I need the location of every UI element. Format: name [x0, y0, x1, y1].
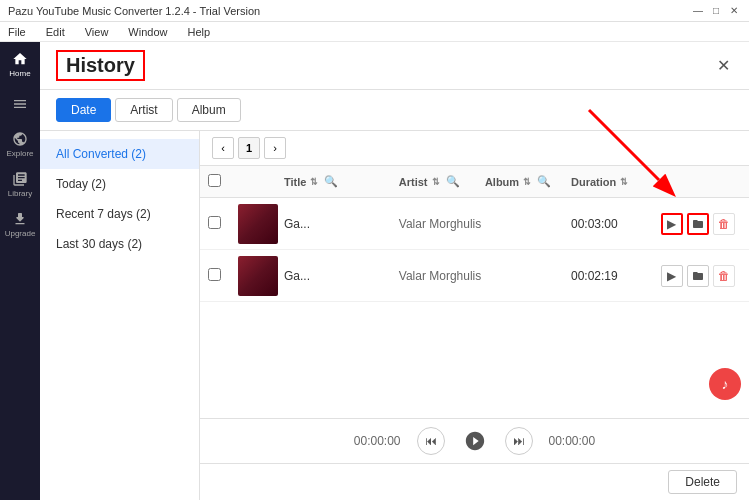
- row2-action-buttons: ▶ 🗑: [661, 265, 741, 287]
- col-check-header: [208, 174, 238, 189]
- row1-actions: ▶ 🗑: [661, 213, 741, 235]
- delete-row: Delete: [200, 463, 749, 500]
- row2-actions: ▶ 🗑: [661, 265, 741, 287]
- page-next-button[interactable]: ›: [264, 137, 286, 159]
- modal-header: History ✕: [40, 42, 749, 90]
- player-play-button[interactable]: [461, 427, 489, 455]
- title-sort-icon[interactable]: ⇅: [310, 177, 318, 187]
- table-row: Ga... Valar Morghulis 00:02:19 ▶: [200, 250, 749, 302]
- music-fab-icon: ♪: [722, 376, 729, 392]
- duration-sort-icon[interactable]: ⇅: [620, 177, 628, 187]
- sidebar-item-upgrade[interactable]: Upgrade: [2, 206, 38, 242]
- album-filter-icon[interactable]: 🔍: [537, 175, 551, 188]
- row2-artist: Valar Morghulis: [399, 269, 485, 283]
- row2-folder-button[interactable]: [687, 265, 709, 287]
- row1-duration: 00:03:00: [571, 217, 661, 231]
- menu-window[interactable]: Window: [124, 24, 171, 40]
- title-bar: Pazu YouTube Music Converter 1.2.4 - Tri…: [0, 0, 749, 22]
- menu-help[interactable]: Help: [183, 24, 214, 40]
- menu-file[interactable]: File: [4, 24, 30, 40]
- tab-row: Date Artist Album: [40, 90, 749, 131]
- col-artist-header: Artist ⇅ 🔍: [399, 175, 485, 188]
- row1-title: Ga...: [284, 217, 399, 231]
- modal-close-button[interactable]: ✕: [713, 56, 733, 76]
- maximize-button[interactable]: □: [709, 4, 723, 18]
- row2-delete-button[interactable]: 🗑: [713, 265, 735, 287]
- window-controls: — □ ✕: [691, 4, 741, 18]
- modal-body: All Converted (2) Today (2) Recent 7 day…: [40, 131, 749, 500]
- delete-all-button[interactable]: Delete: [668, 470, 737, 494]
- tab-album[interactable]: Album: [177, 98, 241, 122]
- sidebar-explore-label: Explore: [6, 149, 33, 158]
- filter-sidebar: All Converted (2) Today (2) Recent 7 day…: [40, 131, 200, 500]
- artist-sort-icon[interactable]: ⇅: [432, 177, 440, 187]
- artist-filter-icon[interactable]: 🔍: [446, 175, 460, 188]
- col-duration-header: Duration ⇅: [571, 176, 661, 188]
- page-current-button[interactable]: 1: [238, 137, 260, 159]
- row2-title: Ga...: [284, 269, 399, 283]
- pagination: ‹ 1 ›: [200, 131, 749, 166]
- album-sort-icon[interactable]: ⇅: [523, 177, 531, 187]
- row2-play-button[interactable]: ▶: [661, 265, 683, 287]
- table-body: Ga... Valar Morghulis 00:03:00 ▶: [200, 198, 749, 418]
- filter-last30[interactable]: Last 30 days (2): [40, 229, 199, 259]
- sidebar-library-label: Library: [8, 189, 32, 198]
- row1-action-buttons: ▶ 🗑: [661, 213, 741, 235]
- row1-check: [208, 216, 238, 232]
- select-all-checkbox[interactable]: [208, 174, 221, 187]
- player-time-end: 00:00:00: [549, 434, 596, 448]
- sidebar-upgrade-label: Upgrade: [5, 229, 36, 238]
- tab-date[interactable]: Date: [56, 98, 111, 122]
- app-title: Pazu YouTube Music Converter 1.2.4 - Tri…: [8, 5, 260, 17]
- history-modal: History ✕ Date Artist Album All Converte…: [40, 42, 749, 500]
- menu-bar: File Edit View Window Help: [0, 22, 749, 42]
- sidebar-item-library[interactable]: Library: [2, 166, 38, 202]
- player-prev-button[interactable]: ⏮: [417, 427, 445, 455]
- row2-checkbox[interactable]: [208, 268, 221, 281]
- close-button[interactable]: ✕: [727, 4, 741, 18]
- sidebar-item-menu[interactable]: [2, 86, 38, 122]
- row2-thumbnail: [238, 256, 278, 296]
- player-bar: 00:00:00 ⏮ ⏭ 00:00:00: [200, 418, 749, 463]
- minimize-button[interactable]: —: [691, 4, 705, 18]
- row1-play-button[interactable]: ▶: [661, 213, 683, 235]
- table-area: ‹ 1 › Title ⇅ 🔍 Artist ⇅ 🔍: [200, 131, 749, 500]
- row1-folder-button[interactable]: [687, 213, 709, 235]
- player-time-start: 00:00:00: [354, 434, 401, 448]
- modal-title: History: [56, 50, 145, 81]
- row2-duration: 00:02:19: [571, 269, 661, 283]
- col-title-header: Title ⇅ 🔍: [284, 175, 399, 188]
- sidebar-home-label: Home: [9, 69, 30, 78]
- sidebar: Home Explore Library Upgrade: [0, 42, 40, 500]
- filter-recent7[interactable]: Recent 7 days (2): [40, 199, 199, 229]
- filter-today[interactable]: Today (2): [40, 169, 199, 199]
- row1-thumbnail: [238, 204, 278, 244]
- music-fab-button[interactable]: ♪: [709, 368, 741, 400]
- player-next-button[interactable]: ⏭: [505, 427, 533, 455]
- page-prev-button[interactable]: ‹: [212, 137, 234, 159]
- menu-edit[interactable]: Edit: [42, 24, 69, 40]
- table-header: Title ⇅ 🔍 Artist ⇅ 🔍 Album ⇅ 🔍 Duration …: [200, 166, 749, 198]
- row1-delete-button[interactable]: 🗑: [713, 213, 735, 235]
- row2-check: [208, 268, 238, 284]
- row1-artist: Valar Morghulis: [399, 217, 485, 231]
- tab-artist[interactable]: Artist: [115, 98, 172, 122]
- filter-all[interactable]: All Converted (2): [40, 139, 199, 169]
- row1-checkbox[interactable]: [208, 216, 221, 229]
- menu-view[interactable]: View: [81, 24, 113, 40]
- sidebar-item-home[interactable]: Home: [2, 46, 38, 82]
- sidebar-item-explore[interactable]: Explore: [2, 126, 38, 162]
- col-album-header: Album ⇅ 🔍: [485, 175, 571, 188]
- title-filter-icon[interactable]: 🔍: [324, 175, 338, 188]
- table-row: Ga... Valar Morghulis 00:03:00 ▶: [200, 198, 749, 250]
